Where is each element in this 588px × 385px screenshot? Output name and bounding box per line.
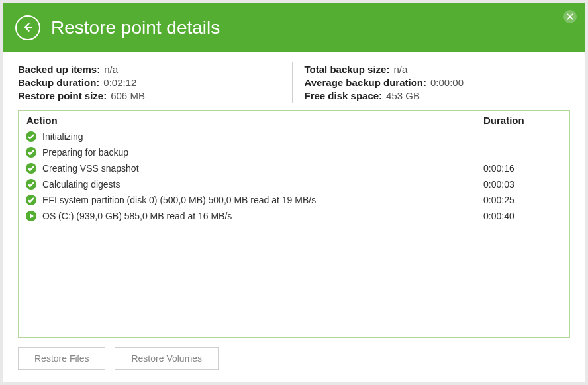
stat-free-disk-space: Free disk space: 453 GB [305,90,571,101]
success-check-icon [25,194,37,206]
table-row: EFI system partition (disk 0) (500,0 MB)… [25,192,563,208]
arrow-left-icon [21,21,34,36]
success-check-icon [25,146,37,158]
action-name: OS (C:) (939,0 GB) 585,0 MB read at 16 M… [42,211,483,221]
stat-value: 453 GB [386,90,420,101]
stat-label: Total backup size: [305,64,390,75]
table-row: OS (C:) (939,0 GB) 585,0 MB read at 16 M… [25,208,563,224]
page-title: Restore point details [51,17,220,38]
stat-value: 0:00:00 [430,77,464,88]
stat-value: 606 MB [111,90,145,101]
stat-value: n/a [393,64,407,75]
footer: Restore Files Restore Volumes [18,338,570,370]
stat-label: Backed up items: [18,64,100,75]
close-icon [567,11,573,22]
stat-value: 0:02:12 [103,77,136,88]
table-row: Preparing for backup [25,144,563,160]
stat-label: Backup duration: [18,77,99,88]
stat-backed-up-items: Backed up items: n/a [18,64,284,75]
restore-point-details-window: Restore point details Backed up items: n… [3,3,585,382]
action-duration: 0:00:16 [483,163,563,174]
action-name: Calculating digests [42,179,483,190]
action-name: Creating VSS snapshot [42,163,483,174]
stats-left: Backed up items: n/a Backup duration: 0:… [18,62,293,103]
action-duration: 0:00:03 [483,179,563,190]
action-name: Initializing [42,131,483,142]
table-row: Creating VSS snapshot0:00:16 [25,160,563,176]
titlebar: Restore point details [3,3,585,52]
action-duration: 0:00:25 [483,195,563,205]
stat-label: Restore point size: [18,90,107,101]
restore-files-button[interactable]: Restore Files [18,347,105,370]
stat-total-backup-size: Total backup size: n/a [305,64,571,75]
action-duration: 0:00:40 [483,211,563,221]
stat-label: Average backup duration: [305,77,426,88]
stat-average-backup-duration: Average backup duration: 0:00:00 [305,77,571,88]
stat-backup-duration: Backup duration: 0:02:12 [18,77,284,88]
table-row: Initializing [25,129,563,144]
stats-right: Total backup size: n/a Average backup du… [293,62,571,103]
success-check-icon [25,131,37,142]
close-button[interactable] [564,10,577,23]
action-name: EFI system partition (disk 0) (500,0 MB)… [42,195,483,205]
stat-label: Free disk space: [305,90,383,101]
success-check-icon [25,178,37,190]
actions-table: Action Duration InitializingPreparing fo… [18,110,570,338]
back-button[interactable] [15,15,40,40]
action-name: Preparing for backup [42,147,483,158]
header-duration: Duration [483,115,563,126]
in-progress-play-icon [25,210,37,222]
restore-volumes-button[interactable]: Restore Volumes [115,347,219,370]
header-action: Action [25,115,483,126]
stat-value: n/a [104,64,118,75]
table-body: InitializingPreparing for backupCreating… [25,129,563,224]
stats-panel: Backed up items: n/a Backup duration: 0:… [18,62,570,103]
table-header: Action Duration [25,115,563,126]
success-check-icon [25,162,37,174]
table-row: Calculating digests0:00:03 [25,176,563,192]
stat-restore-point-size: Restore point size: 606 MB [18,90,284,101]
body: Backed up items: n/a Backup duration: 0:… [3,52,585,382]
